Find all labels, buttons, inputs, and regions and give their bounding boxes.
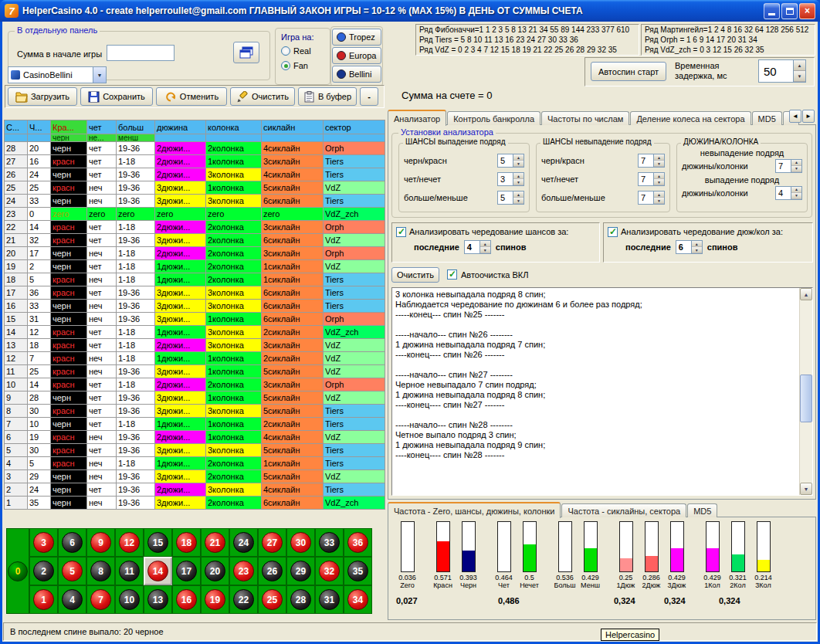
board-number-26[interactable]: 26 [262, 561, 283, 581]
board-number-34[interactable]: 34 [347, 589, 368, 610]
table-row[interactable]: 135черннеч19-363дюжи...2колонка6сиклайнV… [5, 497, 385, 510]
delay-up-icon[interactable]: ▲ [794, 60, 805, 71]
table-row[interactable]: 185красннеч1-181дюжи...2колонка1сиклайнT… [5, 273, 385, 286]
column-header[interactable]: сектор [324, 120, 385, 134]
table-row[interactable]: 1014краснчет1-182дюжи...2колонка3сиклайн… [5, 378, 385, 391]
board-number-6[interactable]: 6 [62, 532, 83, 553]
board-number-0[interactable]: 0 [8, 561, 28, 581]
board-number-25[interactable]: 25 [262, 589, 283, 610]
title-bar[interactable]: 7 HelperCasino 4.0 - create helperroulle… [0, 0, 820, 22]
board-number-28[interactable]: 28 [290, 589, 311, 610]
autoclear-checkbox[interactable] [447, 269, 457, 280]
board-number-32[interactable]: 32 [319, 561, 340, 581]
column-header[interactable]: чет [87, 120, 117, 134]
table-row[interactable]: 329черннеч19-363дюжи...2колонка5сиклайнV… [5, 470, 385, 483]
load-button[interactable]: Загрузить [8, 87, 77, 106]
analyze-dozcol-checkbox[interactable] [608, 227, 618, 237]
tab-scroll-right-icon[interactable]: ► [802, 110, 815, 123]
board-cell-20[interactable]: 20 [201, 557, 229, 585]
board-cell-1[interactable]: 1 [29, 585, 58, 614]
column-header[interactable]: колонка [206, 120, 262, 134]
board-number-14[interactable]: 14 [147, 561, 168, 581]
board-cell-2[interactable]: 2 [29, 557, 58, 585]
spin-down-icon[interactable]: ▼ [692, 247, 702, 253]
board-number-9[interactable]: 9 [90, 532, 111, 553]
close-button[interactable]: × [799, 3, 815, 19]
spinner[interactable]: 4▲▼ [464, 240, 491, 254]
board-cell-31[interactable]: 31 [315, 585, 344, 614]
spin-up-icon[interactable]: ▲ [692, 241, 702, 247]
table-row[interactable]: 1318краснчет1-182дюжи...3колонка3сиклайн… [5, 339, 385, 352]
board-cell-18[interactable]: 18 [172, 528, 201, 557]
detach-panel-title[interactable]: В отдельную панель [15, 25, 100, 35]
autospin-start-button[interactable]: Автоспин старт [591, 62, 666, 81]
tab-scroll-left-icon[interactable]: ◄ [789, 110, 801, 123]
board-number-20[interactable]: 20 [205, 561, 225, 581]
board-number-33[interactable]: 33 [319, 532, 340, 553]
board-zero-cell[interactable]: 0 [6, 528, 29, 614]
table-row[interactable]: 2525красннеч19-363дюжи...1колонка5сиклай… [5, 181, 385, 195]
table-row[interactable]: 619красннеч19-362дюжи...1колонка4сиклайн… [5, 431, 385, 444]
board-number-17[interactable]: 17 [176, 561, 197, 581]
spin-up-icon[interactable]: ▲ [513, 192, 524, 198]
table-row[interactable]: 2624чернчет19-362дюжи...3колонка4сиклайн… [5, 168, 385, 181]
radio-fan-icon[interactable] [281, 61, 290, 70]
collapse-button[interactable]: - [360, 87, 378, 106]
clear-log-button[interactable]: Очистить [391, 267, 439, 283]
scroll-down-icon[interactable]: ▼ [800, 483, 812, 495]
table-row[interactable]: 2214краснчет1-182дюжи...2колонка3сиклайн… [5, 221, 385, 234]
freq-tab-3[interactable]: MD5 [687, 503, 717, 517]
main-tab-2[interactable]: Контроль банкролла [447, 111, 540, 125]
table-row[interactable]: 1125красннеч19-363дюжи...1колонка5сиклай… [5, 365, 385, 378]
board-number-29[interactable]: 29 [290, 561, 311, 581]
board-cell-9[interactable]: 9 [86, 528, 115, 557]
tropez-button[interactable]: Tropez [332, 29, 381, 46]
spin-down-icon[interactable]: ▼ [654, 161, 664, 167]
spins-table[interactable]: С...Ч...Кра...четбольшдюжинаколонкасикла… [4, 120, 385, 510]
board-cell-33[interactable]: 33 [315, 528, 344, 557]
main-tab-3[interactable]: Частоты по числам [541, 111, 629, 125]
board-number-3[interactable]: 3 [33, 532, 54, 553]
board-cell-16[interactable]: 16 [172, 585, 201, 614]
analysis-log[interactable]: 3 колонка невыпадала подряд 8 спин; Набл… [391, 287, 813, 496]
board-cell-12[interactable]: 12 [115, 528, 144, 557]
board-number-21[interactable]: 21 [205, 532, 225, 553]
table-row[interactable]: 1736краснчет19-363дюжи...3колонка6сиклай… [5, 286, 385, 300]
board-number-19[interactable]: 19 [205, 589, 225, 610]
board-cell-25[interactable]: 25 [258, 585, 286, 614]
board-number-24[interactable]: 24 [233, 532, 254, 553]
column-header[interactable]: больш [117, 120, 155, 134]
table-row[interactable]: 127красннеч1-181дюжи...1колонка2сиклайнV… [5, 352, 385, 365]
spin-down-icon[interactable]: ▼ [791, 193, 801, 199]
board-number-27[interactable]: 27 [262, 532, 283, 553]
spin-down-icon[interactable]: ▼ [513, 179, 524, 185]
table-row[interactable]: 2820чернчет19-362дюжи...2колонка4сиклайн… [5, 142, 385, 155]
board-number-13[interactable]: 13 [147, 589, 168, 610]
column-header[interactable]: С... [5, 120, 28, 134]
table-row[interactable]: 2716краснчет1-182дюжи...1колонка3сиклайн… [5, 155, 385, 168]
board-number-18[interactable]: 18 [176, 532, 197, 553]
spin-up-icon[interactable]: ▲ [791, 160, 801, 166]
table-row[interactable]: 2017черннеч1-182дюжи...2колонка3сиклайнO… [5, 247, 385, 260]
table-row[interactable]: 830краснчет19-363дюжи...3колонка5сиклайн… [5, 405, 385, 418]
table-row[interactable]: 928чернчет19-363дюжи...1колонка5сиклайнV… [5, 391, 385, 405]
board-cell-3[interactable]: 3 [29, 528, 58, 557]
minimize-button[interactable] [764, 3, 780, 19]
board-number-31[interactable]: 31 [319, 589, 340, 610]
board-cell-36[interactable]: 36 [344, 528, 372, 557]
spin-up-icon[interactable]: ▲ [513, 173, 524, 179]
spinner[interactable]: 3▲▼ [497, 172, 524, 186]
board-cell-22[interactable]: 22 [229, 585, 258, 614]
board-cell-17[interactable]: 17 [172, 557, 201, 585]
column-header[interactable]: Кра... [51, 120, 87, 134]
table-row[interactable]: 2433черннеч19-363дюжи...3колонка6сиклайн… [5, 195, 385, 208]
start-sum-input[interactable] [107, 45, 175, 61]
board-number-8[interactable]: 8 [90, 561, 111, 581]
board-cell-10[interactable]: 10 [115, 585, 144, 614]
table-row[interactable]: 224чернчет19-362дюжи...3колонка4сиклайнT… [5, 483, 385, 497]
board-cell-24[interactable]: 24 [229, 528, 258, 557]
board-cell-13[interactable]: 13 [144, 585, 172, 614]
combo-dropdown-icon[interactable]: ▼ [93, 67, 106, 83]
spin-up-icon[interactable]: ▲ [654, 154, 664, 161]
board-number-16[interactable]: 16 [176, 589, 197, 610]
